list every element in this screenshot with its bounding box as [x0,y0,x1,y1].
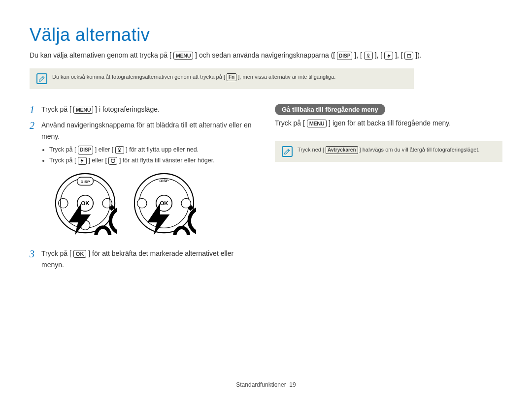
note-text: Du kan också komma åt fotograferingsalte… [52,73,335,81]
step-3: Tryck på [ OK ] för att bekräfta det mar… [30,248,257,270]
svg-text:DISP: DISP [81,180,91,184]
note-icon [36,73,47,84]
intro-seg: Du kan välja alternativen genom att tryc… [30,51,171,59]
macro-icon [364,52,373,60]
note-box-right: Tryck ned [ Avtryckaren ] halvvägs om du… [275,141,502,162]
note-seg: ] halvvägs om du vill återgå till fotogr… [360,147,480,153]
step-seg: Använd navigeringsknapparna för att bläd… [41,121,251,140]
svg-point-15 [137,198,147,208]
sub-seg: ] eller [ [88,157,107,164]
footer-label: Standardfunktioner [236,381,286,388]
note-seg: ], men vissa alternativ är inte tillgäng… [238,74,335,80]
sub-seg: ] för att flytta upp eller ned. [126,146,199,153]
right-text: Tryck på [ MENU ] igen för att backa til… [275,119,502,127]
control-dial-vertical: OK DISP [53,171,117,235]
ok-button-label: OK [73,250,87,258]
intro-seg: ], [ [375,51,383,59]
menu-button-label: MENU [73,106,93,114]
page-footer: Standardfunktioner 19 [0,381,532,388]
svg-point-16 [181,198,191,208]
intro-seg: ]). [415,51,421,59]
footer-page: 19 [289,381,296,388]
disp-button-label: DISP [337,52,352,60]
fn-button-label: Fn [227,73,236,81]
flash-icon [384,52,393,60]
right-seg: Tryck på [ [275,119,305,127]
svg-point-8 [59,198,68,208]
note-box-top: Du kan också komma åt fotograferingsalte… [30,68,414,89]
svg-text:DISP: DISP [160,179,169,183]
step-seg: ] i fotograferingsläge. [95,105,160,113]
disp-button-label: DISP [78,146,93,154]
svg-text:OK: OK [160,200,168,206]
sub-seg: Tryck på [ [49,157,76,164]
timer-icon [108,157,117,165]
left-column: Tryck på [ MENU ] i fotograferingsläge. … [30,104,257,275]
shutter-button-label: Avtryckaren [326,146,358,154]
note-seg: Du kan också komma åt fotograferingsalte… [52,74,225,80]
sub-seg: ] eller [ [95,146,114,153]
step-2: Använd navigeringsknapparna för att bläd… [30,120,257,235]
right-seg: ] igen för att backa till föregående men… [329,119,451,127]
svg-point-9 [102,198,112,208]
intro-seg: ], [ [395,51,403,59]
timer-icon [404,52,413,60]
menu-button-label: MENU [307,120,327,127]
intro-text: Du kan välja alternativen genom att tryc… [30,50,502,61]
note-text: Tryck ned [ Avtryckaren ] halvvägs om du… [298,146,480,154]
sub-seg: Tryck på [ [49,146,76,153]
step-seg: Tryck på [ [41,105,71,113]
intro-seg: ] och sedan använda navigeringsknapparna… [195,51,335,59]
svg-text:OK: OK [81,200,90,206]
step-1: Tryck på [ MENU ] i fotograferingsläge. [30,104,257,115]
control-dial-horizontal: OK DISP [132,171,196,235]
sub-2: Tryck på [ ] eller [ ] för att flytta ti… [49,155,257,165]
note-icon [282,146,293,157]
step-seg: Tryck på [ [41,249,71,257]
flash-icon [78,157,87,165]
macro-icon [115,146,124,154]
right-column: Gå tillbaka till föregående meny Tryck p… [275,104,502,275]
page-title: Välja alternativ [30,25,502,45]
note-seg: Tryck ned [ [298,147,324,153]
intro-seg: ], [ [354,51,362,59]
section-pill: Gå tillbaka till föregående meny [275,104,385,115]
sub-seg: ] för att flytta till vänster eller höge… [119,157,215,164]
dial-illustration-row: OK DISP [53,171,257,235]
menu-button-label: MENU [173,52,193,60]
sub-1: Tryck på [ DISP ] eller [ ] för att flyt… [49,145,257,154]
